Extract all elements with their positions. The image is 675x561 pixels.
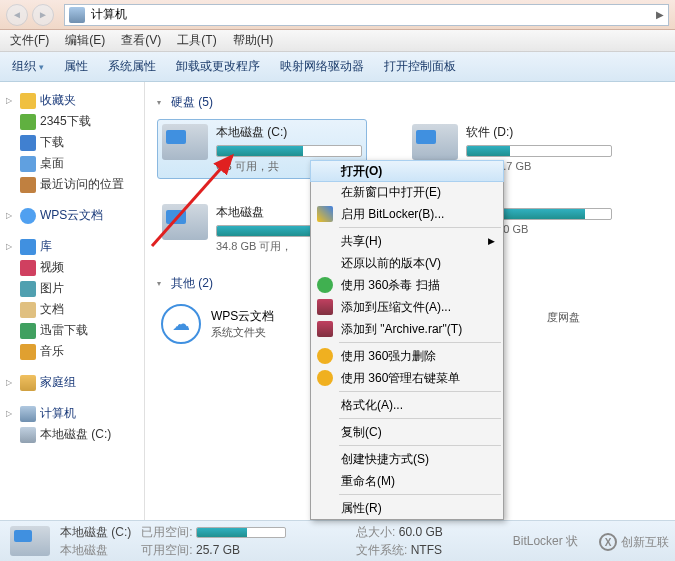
context-item-label: 使用 360强力删除 (341, 348, 436, 365)
sidebar-item-pictures[interactable]: 图片 (2, 278, 142, 299)
cloud-sub: 系统文件夹 (211, 325, 274, 340)
sidebar-homegroup[interactable]: ▷家庭组 (2, 372, 142, 393)
context-item[interactable]: 格式化(A)... (311, 394, 503, 416)
tb-properties[interactable]: 属性 (60, 56, 92, 77)
star-icon (20, 93, 36, 109)
sidebar-libraries[interactable]: ▷库 (2, 236, 142, 257)
context-menu: 打开(O)在新窗口中打开(E)启用 BitLocker(B)...共享(H)▶还… (310, 160, 504, 520)
other-drive-partial[interactable]: 度网盘 (547, 300, 617, 348)
rar-icon (317, 299, 333, 315)
sidebar-item-2345[interactable]: 2345下载 (2, 111, 142, 132)
drive-icon (162, 204, 208, 240)
360m-icon (317, 370, 333, 386)
submenu-arrow-icon: ▶ (488, 236, 495, 246)
context-item[interactable]: 打开(O) (310, 160, 504, 182)
computer-icon (20, 406, 36, 422)
context-item-label: 添加到压缩文件(A)... (341, 299, 451, 316)
sidebar-item-downloads[interactable]: 下载 (2, 132, 142, 153)
context-item-label: 使用 360管理右键菜单 (341, 370, 460, 387)
context-separator (339, 494, 501, 495)
context-item[interactable]: 属性(R) (311, 497, 503, 519)
context-separator (339, 445, 501, 446)
context-item[interactable]: 创建快捷方式(S) (311, 448, 503, 470)
context-item[interactable]: 添加到压缩文件(A)... (311, 296, 503, 318)
sidebar: ▷收藏夹 2345下载 下载 桌面 最近访问的位置 ▷WPS云文档 ▷库 视频 … (0, 82, 145, 520)
context-item-label: 还原以前的版本(V) (341, 255, 441, 272)
music-icon (20, 344, 36, 360)
tb-uninstall[interactable]: 卸载或更改程序 (172, 56, 264, 77)
sidebar-item-recent[interactable]: 最近访问的位置 (2, 174, 142, 195)
sidebar-item-documents[interactable]: 文档 (2, 299, 142, 320)
context-item-label: 复制(C) (341, 424, 382, 441)
organize-button[interactable]: 组织 (8, 56, 48, 77)
watermark: X创新互联 (599, 533, 669, 551)
context-item[interactable]: 启用 BitLocker(B)... (311, 203, 503, 225)
menu-help[interactable]: 帮助(H) (227, 30, 280, 51)
library-icon (20, 239, 36, 255)
rar-icon (317, 321, 333, 337)
context-item-label: 属性(R) (341, 500, 382, 517)
context-item[interactable]: 复制(C) (311, 421, 503, 443)
tb-map-drive[interactable]: 映射网络驱动器 (276, 56, 368, 77)
status-bitlocker: BitLocker 状 (513, 533, 578, 550)
sidebar-item-desktop[interactable]: 桌面 (2, 153, 142, 174)
tb-system-properties[interactable]: 系统属性 (104, 56, 160, 77)
menu-edit[interactable]: 编辑(E) (59, 30, 111, 51)
toolbar: 组织 属性 系统属性 卸载或更改程序 映射网络驱动器 打开控制面板 (0, 52, 675, 82)
context-item[interactable]: 在新窗口中打开(E) (311, 181, 503, 203)
sidebar-wps-cloud[interactable]: ▷WPS云文档 (2, 205, 142, 226)
sidebar-item-video[interactable]: 视频 (2, 257, 142, 278)
tb-control-panel[interactable]: 打开控制面板 (380, 56, 460, 77)
context-separator (339, 227, 501, 228)
sidebar-item-music[interactable]: 音乐 (2, 341, 142, 362)
sidebar-favorites[interactable]: ▷收藏夹 (2, 90, 142, 111)
cloud-icon (20, 208, 36, 224)
menubar: 文件(F) 编辑(E) 查看(V) 工具(T) 帮助(H) (0, 30, 675, 52)
homegroup-icon (20, 375, 36, 391)
context-item-label: 打开(O) (341, 163, 382, 180)
context-item[interactable]: 使用 360强力删除 (311, 345, 503, 367)
xunlei-icon (20, 323, 36, 339)
status-fs-value: NTFS (411, 543, 442, 557)
computer-icon (69, 7, 85, 23)
sidebar-computer[interactable]: ▷计算机 (2, 403, 142, 424)
drive-name: 本地磁盘 (C:) (216, 124, 362, 141)
context-item-label: 在新窗口中打开(E) (341, 184, 441, 201)
menu-tools[interactable]: 工具(T) (171, 30, 222, 51)
context-item-label: 创建快捷方式(S) (341, 451, 429, 468)
picture-icon (20, 281, 36, 297)
context-separator (339, 342, 501, 343)
shield-icon (317, 206, 333, 222)
sidebar-item-xunlei[interactable]: 迅雷下载 (2, 320, 142, 341)
address-bar[interactable]: 计算机 ▶ (64, 4, 669, 26)
folder-icon (20, 114, 36, 130)
video-icon (20, 260, 36, 276)
usage-bar (216, 145, 362, 157)
menu-view[interactable]: 查看(V) (115, 30, 167, 51)
drive-icon (412, 124, 458, 160)
context-item[interactable]: 重命名(M) (311, 470, 503, 492)
status-total-value: 60.0 GB (399, 525, 443, 539)
context-item-label: 启用 BitLocker(B)... (341, 206, 444, 223)
menu-file[interactable]: 文件(F) (4, 30, 55, 51)
sidebar-item-drive-c[interactable]: 本地磁盘 (C:) (2, 424, 142, 445)
context-item-label: 格式化(A)... (341, 397, 403, 414)
nav-back-button[interactable]: ◄ (6, 4, 28, 26)
context-separator (339, 391, 501, 392)
drives-header[interactable]: ▾硬盘 (5) (157, 94, 663, 111)
context-item-label: 使用 360杀毒 扫描 (341, 277, 440, 294)
desktop-icon (20, 156, 36, 172)
360m-icon (317, 348, 333, 364)
context-item[interactable]: 共享(H)▶ (311, 230, 503, 252)
document-icon (20, 302, 36, 318)
context-item[interactable]: 还原以前的版本(V) (311, 252, 503, 274)
drive-icon (20, 427, 36, 443)
context-item[interactable]: 使用 360管理右键菜单 (311, 367, 503, 389)
context-item[interactable]: 添加到 "Archive.rar"(T) (311, 318, 503, 340)
download-icon (20, 135, 36, 151)
breadcrumb-arrow-icon[interactable]: ▶ (656, 9, 664, 20)
titlebar: ◄ ► 计算机 ▶ (0, 0, 675, 30)
nav-forward-button[interactable]: ► (32, 4, 54, 26)
cloud-icon: ☁ (161, 304, 201, 344)
context-item[interactable]: 使用 360杀毒 扫描 (311, 274, 503, 296)
